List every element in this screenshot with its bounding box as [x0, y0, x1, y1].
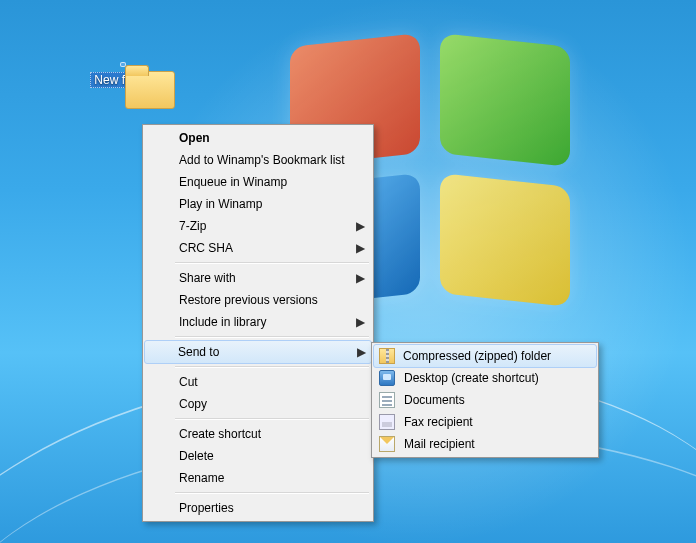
menu-properties[interactable]: Properties [145, 497, 371, 519]
menu-open[interactable]: Open [145, 127, 371, 149]
menu-separator [175, 366, 369, 368]
sendto-documents[interactable]: Documents [374, 389, 596, 411]
desktop[interactable]: New folder Open Add to Winamp's Bookmark… [0, 0, 696, 543]
menu-separator [175, 336, 369, 338]
mail-icon [379, 436, 395, 452]
menu-cut[interactable]: Cut [145, 371, 371, 393]
menu-crc-sha[interactable]: CRC SHA▶ [145, 237, 371, 259]
submenu-arrow-icon: ▶ [355, 311, 365, 333]
context-menu: Open Add to Winamp's Bookmark list Enque… [142, 124, 374, 522]
fax-icon [379, 414, 395, 430]
menu-7zip[interactable]: 7-Zip▶ [145, 215, 371, 237]
zip-folder-icon [379, 348, 395, 364]
sendto-fax-recipient[interactable]: Fax recipient [374, 411, 596, 433]
menu-include-library[interactable]: Include in library▶ [145, 311, 371, 333]
send-to-submenu: Compressed (zipped) folder Desktop (crea… [371, 342, 599, 458]
sendto-desktop-shortcut[interactable]: Desktop (create shortcut) [374, 367, 596, 389]
submenu-arrow-icon: ▶ [355, 237, 365, 259]
menu-enqueue-winamp[interactable]: Enqueue in Winamp [145, 171, 371, 193]
menu-separator [175, 492, 369, 494]
menu-copy[interactable]: Copy [145, 393, 371, 415]
desktop-icon [379, 370, 395, 386]
documents-icon [379, 392, 395, 408]
menu-create-shortcut[interactable]: Create shortcut [145, 423, 371, 445]
menu-play-winamp[interactable]: Play in Winamp [145, 193, 371, 215]
submenu-arrow-icon: ▶ [355, 267, 365, 289]
submenu-arrow-icon: ▶ [356, 341, 366, 363]
submenu-arrow-icon: ▶ [355, 215, 365, 237]
desktop-folder-item[interactable]: New folder [84, 56, 162, 88]
menu-rename[interactable]: Rename [145, 467, 371, 489]
menu-restore-versions[interactable]: Restore previous versions [145, 289, 371, 311]
menu-separator [175, 262, 369, 264]
sendto-mail-recipient[interactable]: Mail recipient [374, 433, 596, 455]
menu-delete[interactable]: Delete [145, 445, 371, 467]
menu-separator [175, 418, 369, 420]
sendto-compressed-folder[interactable]: Compressed (zipped) folder [373, 344, 597, 368]
menu-send-to[interactable]: Send to▶ [144, 340, 372, 364]
menu-add-winamp-bookmark[interactable]: Add to Winamp's Bookmark list [145, 149, 371, 171]
menu-share-with[interactable]: Share with▶ [145, 267, 371, 289]
